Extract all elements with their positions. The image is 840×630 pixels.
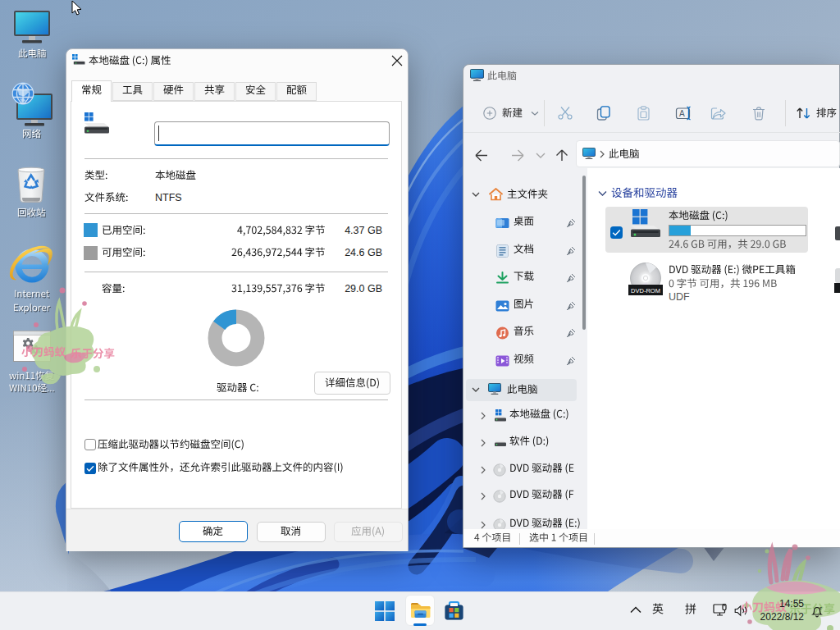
- svg-text:A: A: [679, 109, 685, 118]
- svg-text:z: z: [819, 605, 822, 610]
- svg-text:DVD-ROM: DVD-ROM: [631, 287, 660, 294]
